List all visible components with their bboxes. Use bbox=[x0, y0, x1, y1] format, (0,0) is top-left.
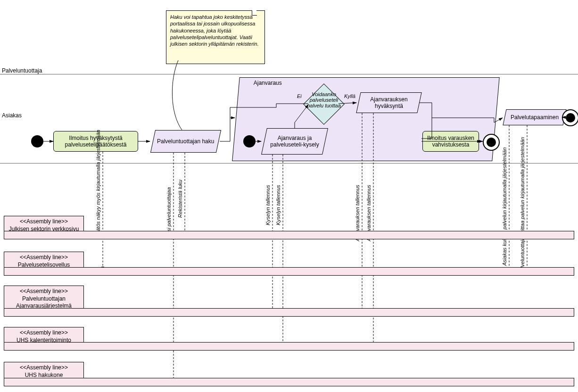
lane-divider-top bbox=[0, 74, 578, 74]
assembly-bar-5 bbox=[4, 378, 574, 386]
vlabel-8: Asiakas kuittaa palvelun kirjautumalla j… bbox=[502, 147, 507, 266]
note-search: Haku voi tapahtua joko keskitetyssä port… bbox=[166, 10, 265, 64]
assembly-bar-3 bbox=[4, 308, 574, 317]
vlabel-2: Etsi palveluntuottajaa bbox=[166, 187, 172, 237]
assembly-bar-2 bbox=[4, 267, 574, 276]
final-node-main bbox=[562, 109, 578, 126]
lane-label-customer: Asiakas bbox=[2, 112, 22, 119]
vlabel-3: Rekisteristä luku bbox=[177, 180, 183, 218]
activity-provider-search: Palveluntuottajan haku bbox=[150, 130, 221, 153]
lane-divider-bottom bbox=[0, 163, 578, 163]
connectors-svg bbox=[0, 0, 578, 392]
activity-booking-query: Ajanvaraus ja palveluseteli-kysely bbox=[261, 128, 328, 155]
edge-no: Ei bbox=[297, 93, 302, 99]
vlabel-1: Päätös näkyy myös kirjautumalla järjeste… bbox=[95, 130, 101, 237]
vlabel-9: Palveluntuottaja kuittaa palvelun kirjau… bbox=[520, 137, 525, 274]
final-node-container bbox=[483, 134, 500, 151]
assembly-bar-4 bbox=[4, 342, 574, 351]
vlabel-5: Kyselyn tallennus bbox=[275, 185, 281, 225]
container-label: Ajanvaraus bbox=[254, 80, 282, 86]
activity-meeting: Palvelutapaaminen bbox=[503, 109, 566, 125]
assembly-bar-1 bbox=[4, 231, 574, 239]
initial-node-container bbox=[243, 135, 256, 147]
initial-node-main bbox=[31, 135, 43, 147]
edge-yes: Kyllä bbox=[344, 93, 355, 99]
activity-booking-approval: Ajanvarauksen hyväksyntä bbox=[356, 92, 421, 113]
decision-label: Voidaanko palveluseteli palvelu tuottaa bbox=[303, 91, 345, 108]
activity-confirmation: Ilmoitus varausken vahvistuksesta bbox=[422, 131, 479, 152]
vlabel-4: Kyselyn tallennus bbox=[265, 185, 271, 225]
lane-label-provider: Palveluntuottaja bbox=[2, 67, 42, 74]
